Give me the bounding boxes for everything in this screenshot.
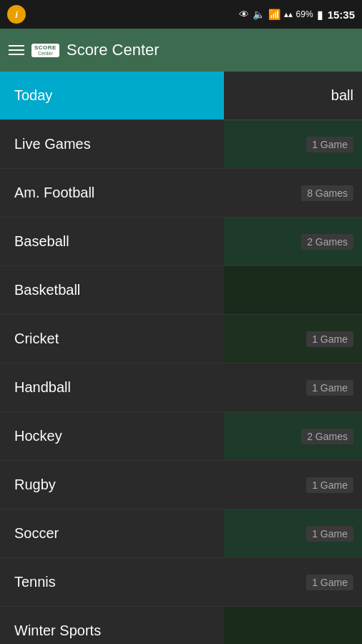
sidebar-item-winter-sports[interactable]: Winter Sports <box>0 607 224 644</box>
status-icons: 👁 🔈 📶 ▴▴ 69% ▮ <box>239 8 323 21</box>
status-left: i <box>7 5 26 24</box>
sidebar-item-am-football[interactable]: Am. Football <box>0 169 224 218</box>
game-count-3: 2 Games <box>301 234 353 250</box>
sidebar-label-live-games: Live Games <box>14 136 91 152</box>
right-row-6: 1 Game <box>224 364 362 412</box>
sidebar-item-soccer[interactable]: Soccer <box>0 509 224 558</box>
sidebar-label-soccer: Soccer <box>14 525 59 542</box>
wifi-icon: 📶 <box>268 9 280 20</box>
logo-score-text: SCORE <box>34 45 57 51</box>
right-row-2: 8 Games <box>224 169 362 218</box>
status-bar: i 👁 🔈 📶 ▴▴ 69% ▮ 15:35 <box>0 0 362 29</box>
sidebar-item-baseball[interactable]: Baseball <box>0 218 224 266</box>
app-logo: SCORE Center <box>31 44 59 57</box>
right-row-4 <box>224 266 362 315</box>
game-count-8: 1 Game <box>306 477 353 493</box>
sidebar-label-am-football: Am. Football <box>14 185 94 201</box>
game-count-10: 1 Game <box>306 575 353 590</box>
monitor-icon: 👁 <box>239 9 249 20</box>
sidebar-item-cricket[interactable]: Cricket <box>0 315 224 364</box>
right-row-5: 1 Game <box>224 315 362 364</box>
game-count-9: 1 Game <box>306 526 353 542</box>
right-panel: ball 1 Game 8 Games 2 Games 1 Game 1 Gam… <box>224 72 362 644</box>
signal-icon: ▴▴ <box>284 9 293 19</box>
sidebar-item-basketball[interactable]: Basketball <box>0 266 224 315</box>
game-count-1: 1 Game <box>306 137 353 152</box>
sidebar-label-tennis: Tennis <box>14 574 56 590</box>
logo-center-text: Center <box>38 51 53 56</box>
sidebar-label-today: Today <box>14 87 52 104</box>
right-row-3: 2 Games <box>224 218 362 266</box>
right-row-9: 1 Game <box>224 509 362 558</box>
app-notification-icon: i <box>7 5 26 24</box>
app-title: Score Center <box>67 41 160 59</box>
game-count-7: 2 Games <box>301 429 353 444</box>
sidebar: Today Live Games Am. Football Baseball B… <box>0 72 224 644</box>
right-row-1: 1 Game <box>224 120 362 169</box>
status-right: 👁 🔈 📶 ▴▴ 69% ▮ 15:35 <box>239 8 355 21</box>
sidebar-label-hockey: Hockey <box>14 428 62 444</box>
app-bar: SCORE Center Score Center <box>0 29 362 72</box>
sidebar-item-rugby[interactable]: Rugby <box>0 461 224 509</box>
game-count-6: 1 Game <box>306 380 353 396</box>
sidebar-item-live-games[interactable]: Live Games <box>0 120 224 169</box>
sidebar-item-today[interactable]: Today <box>0 72 224 120</box>
right-header-title: ball <box>331 87 353 104</box>
sidebar-label-cricket: Cricket <box>14 331 59 347</box>
sidebar-item-hockey[interactable]: Hockey <box>0 412 224 461</box>
sidebar-label-baseball: Baseball <box>14 233 69 250</box>
right-row-11 <box>224 607 362 644</box>
battery-icon: ▮ <box>317 8 323 21</box>
main-content: Today Live Games Am. Football Baseball B… <box>0 72 362 644</box>
sidebar-label-winter-sports: Winter Sports <box>14 623 101 639</box>
hamburger-menu[interactable] <box>9 45 24 55</box>
right-row-10: 1 Game <box>224 558 362 607</box>
sidebar-label-rugby: Rugby <box>14 477 56 493</box>
sidebar-item-tennis[interactable]: Tennis <box>0 558 224 607</box>
sidebar-label-handball: Handball <box>14 379 71 396</box>
sidebar-label-basketball: Basketball <box>14 282 80 298</box>
game-count-2: 8 Games <box>301 185 353 201</box>
right-header-row: ball <box>224 72 362 120</box>
sidebar-item-handball[interactable]: Handball <box>0 364 224 412</box>
right-row-8: 1 Game <box>224 461 362 509</box>
game-count-5: 1 Game <box>306 331 353 347</box>
mute-icon: 🔈 <box>253 9 265 20</box>
battery-indicator: 69% <box>296 9 313 19</box>
right-row-7: 2 Games <box>224 412 362 461</box>
status-time: 15:35 <box>328 9 355 21</box>
